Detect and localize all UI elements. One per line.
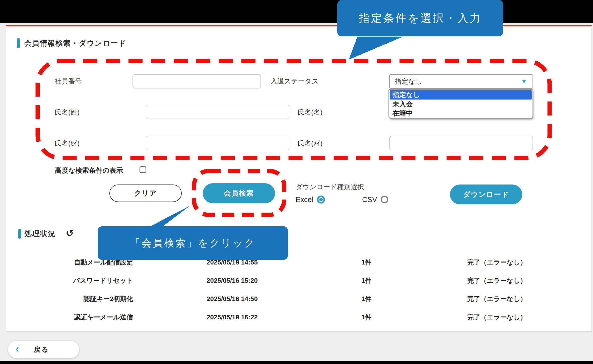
status-option-not-joined[interactable]: 未入会	[389, 100, 533, 109]
screen: 会員情報検索・ダウンロード 社員番号 入退ステータス 指定なし ▼ 氏名(姓) …	[0, 0, 593, 364]
task-status: 完了（エラーなし）	[402, 276, 592, 285]
bottom-black-bar	[0, 361, 593, 364]
task-datetime: 2025/05/19 16:22	[133, 313, 331, 321]
last-name-input[interactable]	[146, 105, 289, 119]
download-button[interactable]: ダウンロード	[450, 185, 522, 204]
task-count: 1件	[331, 276, 402, 285]
task-datetime: 2025/05/16 15:20	[133, 277, 331, 285]
task-status: 完了（エラーなし）	[402, 313, 592, 322]
csv-label: CSV	[362, 196, 377, 204]
employee-no-input[interactable]	[133, 74, 261, 88]
top-black-bar	[0, 0, 593, 23]
task-status: 完了（エラーなし）	[402, 258, 592, 267]
page-title: 会員情報検索・ダウンロード	[24, 38, 126, 48]
back-button[interactable]: ‹ 戻る	[8, 340, 79, 358]
csv-radio-group: CSV	[362, 194, 388, 205]
task-name: 認証キーメール送信	[58, 313, 133, 322]
status-dropdown-list: 指定なし 未入会 在籍中	[388, 89, 533, 119]
first-name-label: 氏名(名)	[298, 106, 322, 119]
table-row: パスワードリセット 2025/05/16 15:20 1件 完了（エラーなし）	[58, 271, 592, 290]
section-accent-bar	[18, 229, 21, 239]
last-kana-input[interactable]	[146, 136, 289, 150]
task-name: パスワードリセット	[58, 276, 133, 285]
table-row: 認証キーメール送信 2025/05/19 16:22 1件 完了（エラーなし）	[58, 308, 592, 326]
table-row: 認証キー2初期化 2025/05/16 14:50 1件 完了（エラーなし）	[58, 290, 592, 308]
status-label: 入退ステータス	[271, 75, 319, 87]
back-chevron-icon: ‹	[16, 341, 19, 356]
status-option-enrolled[interactable]: 在籍中	[389, 109, 533, 118]
excel-radio[interactable]	[317, 196, 325, 204]
member-search-button[interactable]: 会員検索	[203, 183, 275, 203]
task-datetime: 2025/05/16 14:50	[133, 295, 331, 303]
task-status: 完了（エラーなし）	[402, 295, 592, 303]
last-name-label: 氏名(姓)	[55, 106, 80, 119]
task-name: 認証キー2初期化	[58, 295, 133, 303]
processing-status-title: 処理状況	[25, 229, 56, 239]
processing-table: 自動メール配信設定 2025/05/19 14:55 1件 完了（エラーなし） …	[58, 253, 592, 326]
refresh-icon[interactable]: ↺	[66, 228, 74, 238]
advanced-search-checkbox[interactable]	[140, 166, 146, 173]
status-select-value: 指定なし	[395, 77, 422, 86]
chevron-down-icon: ▼	[521, 78, 527, 85]
last-kana-label: 氏名(ｾｲ)	[55, 137, 80, 150]
excel-label: Excel	[296, 196, 313, 204]
task-count: 1件	[331, 313, 402, 322]
back-button-label: 戻る	[19, 345, 64, 354]
top-callout-bubble: 指定条件を選択・入力	[337, 0, 503, 36]
excel-radio-group: Excel	[296, 194, 325, 205]
first-kana-input[interactable]	[389, 136, 533, 150]
csv-radio[interactable]	[381, 196, 388, 203]
clear-button[interactable]: クリア	[109, 185, 182, 202]
search-callout-bubble: 「会員検索」をクリック	[98, 226, 288, 260]
employee-no-label: 社員番号	[55, 75, 82, 87]
status-select[interactable]: 指定なし ▼	[389, 74, 533, 89]
task-count: 1件	[331, 258, 402, 267]
task-count: 1件	[331, 295, 402, 303]
advanced-search-label: 高度な検索条件の表示	[55, 165, 123, 175]
first-kana-label: 氏名(ﾒｲ)	[298, 137, 322, 150]
section-accent-bar	[17, 38, 20, 48]
status-option-none[interactable]: 指定なし	[390, 90, 532, 100]
download-type-label: ダウンロード種別選択	[296, 181, 364, 193]
